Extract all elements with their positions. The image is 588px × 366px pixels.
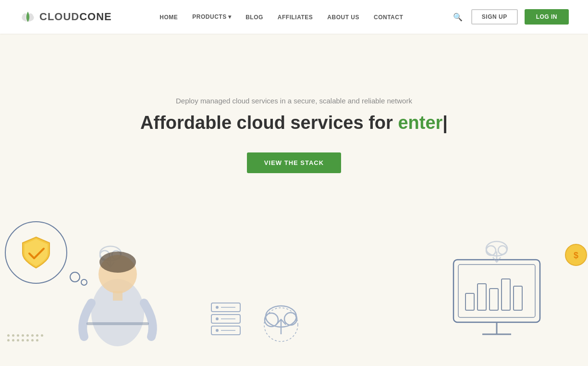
svg-rect-30 <box>490 289 498 310</box>
hero-subtitle: Deploy managed cloud services in a secur… <box>176 97 412 105</box>
svg-text:$: $ <box>574 251 578 260</box>
chevron-down-icon: ▾ <box>228 13 232 20</box>
cloud-upload-icon <box>259 298 303 346</box>
nav-contact-link[interactable]: CONTACT <box>374 14 403 21</box>
character-illustration <box>55 226 180 351</box>
svg-point-15 <box>216 306 219 309</box>
cloud-download-right-icon <box>482 238 511 265</box>
nav-blog[interactable]: BLOG <box>245 13 263 21</box>
login-button[interactable]: LOG IN <box>525 9 569 25</box>
hero-title-typed: enter <box>398 113 442 133</box>
svg-rect-11 <box>86 322 149 325</box>
signup-button[interactable]: SIGN UP <box>471 9 518 25</box>
cursor: | <box>442 113 448 133</box>
svg-rect-28 <box>466 293 474 310</box>
nav-affiliates-link[interactable]: AFFILIATES <box>278 14 313 21</box>
search-icon: 🔍 <box>453 13 463 21</box>
svg-point-23 <box>284 313 297 325</box>
svg-rect-29 <box>478 284 486 310</box>
svg-point-39 <box>498 246 507 254</box>
nav-affiliates[interactable]: AFFILIATES <box>278 13 313 21</box>
illustration-area: $ <box>0 216 588 351</box>
svg-rect-32 <box>514 286 522 310</box>
nav-about-link[interactable]: ABOUT US <box>327 14 359 21</box>
logo-text: CLOUDCONE <box>39 11 112 23</box>
nav-right: 🔍 SIGN UP LOG IN <box>451 9 569 25</box>
coin-icon: $ <box>564 243 588 267</box>
shield-icon <box>20 235 52 270</box>
hero-section: Deploy managed cloud services in a secur… <box>0 34 588 216</box>
nav-contact[interactable]: CONTACT <box>374 13 403 21</box>
nav-blog-link[interactable]: BLOG <box>245 14 263 21</box>
nav-home[interactable]: HOME <box>159 13 178 21</box>
svg-point-38 <box>486 246 496 255</box>
decorative-dots <box>7 334 46 341</box>
svg-point-17 <box>216 329 219 332</box>
svg-rect-26 <box>453 260 540 322</box>
nav-home-link[interactable]: HOME <box>159 14 178 21</box>
search-button[interactable]: 🔍 <box>451 11 465 24</box>
nav-about[interactable]: ABOUT US <box>327 13 359 21</box>
svg-point-16 <box>216 317 219 320</box>
nav-links: HOME PRODUCTS ▾ BLOG AFFILIATES ABOUT US… <box>159 13 403 21</box>
svg-point-9 <box>99 252 136 273</box>
view-stack-button[interactable]: VIEW THE STACK <box>247 152 341 173</box>
hero-title: Affordable cloud services for enter| <box>140 113 448 133</box>
navbar: CLOUDCONE HOME PRODUCTS ▾ BLOG AFFILIATE… <box>0 0 588 34</box>
nav-products-link[interactable]: PRODUCTS ▾ <box>192 13 231 20</box>
monitor-icon <box>449 255 545 351</box>
hero-title-static: Affordable cloud services for <box>140 113 398 133</box>
svg-rect-31 <box>502 279 510 310</box>
nav-products[interactable]: PRODUCTS ▾ <box>192 13 231 20</box>
logo[interactable]: CLOUDCONE <box>19 8 112 25</box>
svg-rect-10 <box>113 291 122 301</box>
network-icon <box>207 298 245 341</box>
logo-icon <box>19 8 37 25</box>
svg-rect-27 <box>458 265 535 317</box>
